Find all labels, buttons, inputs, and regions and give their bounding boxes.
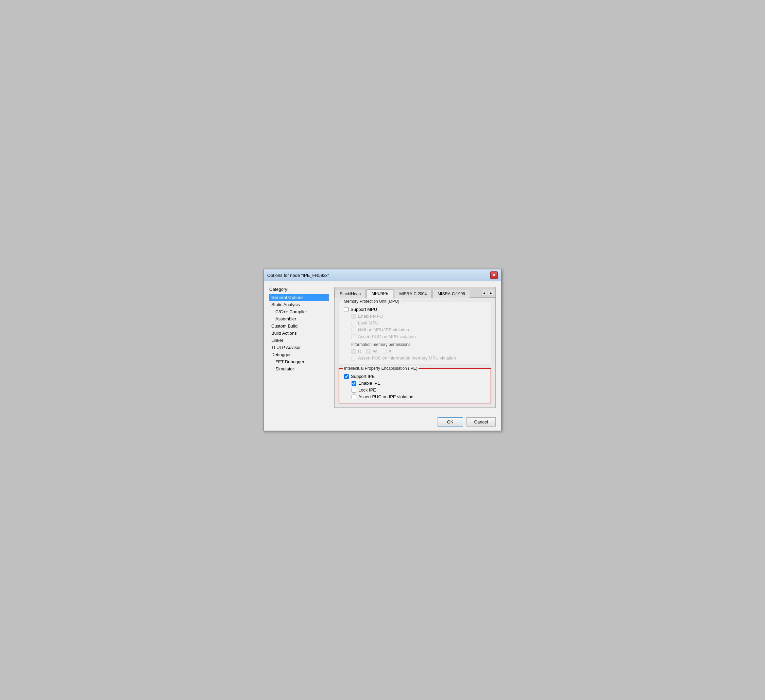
enable-ipe-label: Enable IPE	[358, 381, 381, 386]
panel-content: Memory Protection Unit (MPU) Support MPU…	[335, 298, 495, 407]
main-panel: Stack/Heap MPU/IPE MISRA-C:2004 MISRA-C:…	[334, 287, 496, 408]
sidebar-item-simulator[interactable]: Simulator	[269, 365, 329, 372]
lock-mpu-checkbox[interactable]	[351, 321, 356, 325]
options-dialog: Options for node "IPE_FR59xx" ✕ Category…	[263, 269, 502, 431]
title-bar: Options for node "IPE_FR59xx" ✕	[264, 270, 501, 281]
enable-ipe-row: Enable IPE	[344, 381, 486, 386]
sidebar-item-assembler[interactable]: Assembler	[269, 315, 329, 322]
mpu-group: Memory Protection Unit (MPU) Support MPU…	[338, 302, 491, 364]
perm-r-checkbox[interactable]	[351, 349, 356, 354]
sidebar: Category: General Options Static Analysi…	[269, 287, 329, 408]
tab-navigation: ◄ ►	[480, 289, 495, 297]
mpu-group-inner: Support MPU Enable MPU Lock MPU NMI	[344, 307, 486, 361]
support-mpu-checkbox[interactable]	[344, 307, 348, 312]
nmi-mpu-checkbox[interactable]	[351, 328, 356, 332]
dialog-title: Options for node "IPE_FR59xx"	[267, 273, 329, 278]
tab-next-button[interactable]: ►	[488, 290, 494, 296]
sidebar-item-static-analysis[interactable]: Static Analysis	[269, 301, 329, 308]
perm-w-checkbox[interactable]	[366, 349, 371, 354]
assert-ipe-row: Assert PUC on IPE violation	[344, 394, 486, 399]
assert-mpu-row: Assert PUC on MPU violation	[344, 334, 486, 339]
cancel-button[interactable]: Cancel	[466, 417, 496, 427]
enable-ipe-checkbox[interactable]	[351, 381, 356, 386]
sidebar-item-build-actions[interactable]: Build Actions	[269, 330, 329, 337]
nmi-mpu-row: NMI on MPU/IPE violation	[344, 327, 486, 332]
enable-mpu-label: Enable MPU	[358, 314, 383, 319]
tab-prev-button[interactable]: ◄	[481, 290, 487, 296]
perm-x-checkbox[interactable]	[382, 349, 387, 354]
category-label: Category:	[269, 287, 329, 292]
tab-stack-heap[interactable]: Stack/Heap	[335, 290, 366, 298]
lock-ipe-checkbox[interactable]	[351, 388, 356, 393]
perm-r-row: R	[351, 348, 361, 354]
info-mem-perms: R W X	[344, 348, 486, 354]
support-ipe-row: Support IPE	[344, 374, 486, 379]
perm-r-label: R	[358, 348, 361, 354]
ok-button[interactable]: OK	[438, 417, 463, 427]
support-mpu-row: Support MPU	[344, 307, 486, 312]
support-ipe-label: Support IPE	[351, 374, 375, 379]
ipe-group: Intellectual Property Encapsulation (IPE…	[338, 368, 491, 404]
sidebar-item-linker[interactable]: Linker	[269, 337, 329, 344]
ipe-group-inner: Support IPE Enable IPE Lock IPE Ass	[344, 374, 486, 399]
sidebar-item-cc-compiler[interactable]: C/C++ Compiler	[269, 308, 329, 315]
enable-mpu-checkbox[interactable]	[351, 314, 356, 319]
enable-mpu-row: Enable MPU	[344, 314, 486, 319]
info-mem-label: Information memory permissions:	[344, 342, 486, 347]
ipe-group-title: Intellectual Property Encapsulation (IPE…	[343, 366, 419, 371]
close-button[interactable]: ✕	[490, 271, 498, 279]
mpu-group-title: Memory Protection Unit (MPU)	[342, 299, 400, 304]
dialog-footer: OK Cancel	[264, 413, 501, 430]
sidebar-item-general-options[interactable]: General Options	[269, 294, 329, 301]
assert-info-label: Assert PUC on information memory MPU vio…	[358, 355, 456, 361]
sidebar-item-custom-build[interactable]: Custom Build	[269, 322, 329, 330]
tabs-bar: Stack/Heap MPU/IPE MISRA-C:2004 MISRA-C:…	[335, 287, 495, 298]
tab-mpu-ipe[interactable]: MPU/IPE	[367, 290, 394, 298]
perm-x-row: X	[382, 348, 392, 354]
assert-info-row: Assert PUC on information memory MPU vio…	[344, 355, 486, 361]
perm-w-row: W	[366, 348, 377, 354]
assert-mpu-checkbox[interactable]	[351, 334, 356, 339]
lock-ipe-row: Lock IPE	[344, 388, 486, 393]
lock-mpu-row: Lock MPU	[344, 320, 486, 325]
dialog-body: Category: General Options Static Analysi…	[264, 281, 501, 413]
assert-ipe-checkbox[interactable]	[351, 394, 356, 399]
support-mpu-label: Support MPU	[351, 307, 377, 312]
lock-ipe-label: Lock IPE	[358, 388, 376, 393]
tab-misra-2004[interactable]: MISRA-C:2004	[394, 290, 432, 298]
nmi-mpu-label: NMI on MPU/IPE violation	[358, 327, 409, 332]
assert-mpu-label: Assert PUC on MPU violation	[358, 334, 416, 339]
support-ipe-checkbox[interactable]	[344, 374, 349, 379]
assert-ipe-label: Assert PUC on IPE violation	[358, 394, 414, 399]
perm-w-label: W	[373, 348, 377, 354]
tab-misra-1998[interactable]: MISRA-C:1998	[433, 290, 470, 298]
sidebar-item-fet-debugger[interactable]: FET Debugger	[269, 358, 329, 365]
sidebar-item-debugger[interactable]: Debugger	[269, 351, 329, 358]
assert-info-checkbox[interactable]	[351, 356, 356, 361]
lock-mpu-label: Lock MPU	[358, 320, 378, 325]
perm-x-label: X	[389, 348, 392, 354]
sidebar-item-ti-ulp-advisor[interactable]: TI ULP Advisor	[269, 344, 329, 351]
